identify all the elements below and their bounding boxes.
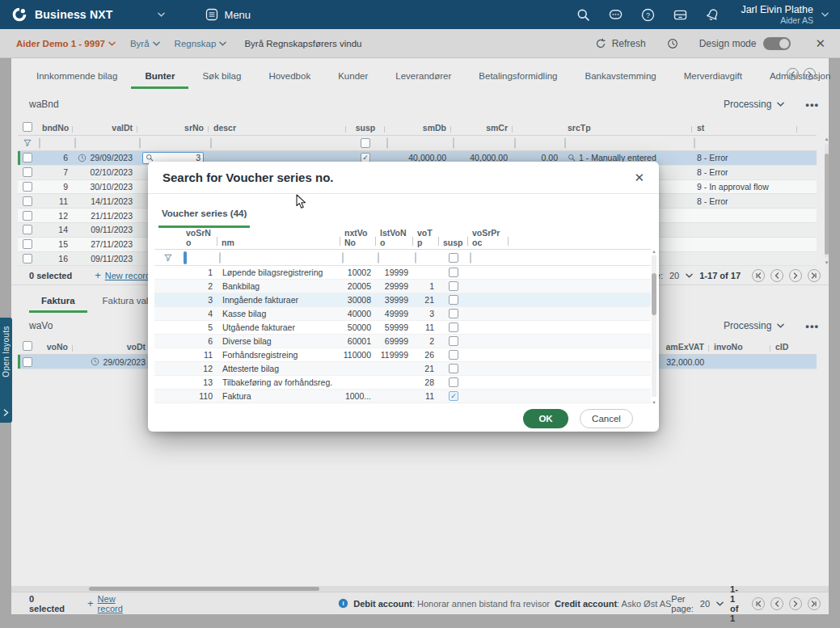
vo-select-all-checkbox[interactable] bbox=[23, 341, 32, 351]
voucher-row-susp-checkbox[interactable] bbox=[449, 281, 458, 291]
open-layouts-panel-toggle[interactable]: Open layouts bbox=[0, 318, 12, 423]
last-page-button[interactable] bbox=[808, 597, 821, 610]
voucher-series-row[interactable]: 3 Inngående fakturaer 30008 39999 21 bbox=[154, 293, 651, 307]
dialog-table-scrollbar[interactable]: ▲ ▼ bbox=[652, 249, 656, 403]
tab-bunter[interactable]: Bunter bbox=[131, 66, 188, 89]
bnd-filter-srNo[interactable] bbox=[139, 137, 141, 149]
bnd-filter-descr[interactable] bbox=[210, 137, 212, 149]
module-selector[interactable]: Regnskap bbox=[175, 39, 227, 48]
per-page-chevron-down-icon[interactable] bbox=[716, 601, 724, 606]
bnd-filter-valDt[interactable] bbox=[74, 137, 76, 149]
bnd-column-header-susp[interactable]: susp bbox=[346, 123, 385, 133]
menu-button[interactable]: Menu bbox=[197, 0, 260, 29]
design-mode-toggle[interactable] bbox=[763, 37, 791, 50]
tab-betalingsformidling[interactable]: Betalingsformidling bbox=[465, 66, 571, 89]
close-icon[interactable]: ✕ bbox=[815, 36, 825, 51]
voucher-series-row[interactable]: 110 Faktura 1000... 11 bbox=[154, 390, 651, 403]
user-menu[interactable]: Jarl Eivin Plathe Aider AS bbox=[741, 4, 829, 25]
refresh-button[interactable]: Refresh bbox=[595, 38, 646, 49]
dialog-column-header-lstVoNo[interactable]: lstVoNo bbox=[376, 228, 413, 247]
dialog-filter-nm[interactable] bbox=[219, 252, 221, 263]
bnd-row-checkbox[interactable] bbox=[23, 196, 32, 206]
bnd-table-scrollbar[interactable]: ▲ ▼ bbox=[824, 136, 829, 266]
tabs-scroll-right-button[interactable] bbox=[804, 68, 816, 80]
bnd-new-record-button[interactable]: + New record bbox=[95, 269, 150, 281]
brand-chevron-down-icon[interactable] bbox=[158, 12, 165, 17]
bnd-select-all-checkbox[interactable] bbox=[23, 122, 32, 132]
dialog-column-header-nm[interactable]: nm bbox=[217, 238, 340, 247]
bnd-row-checkbox[interactable] bbox=[23, 225, 32, 234]
vo-more-icon[interactable]: ••• bbox=[805, 320, 819, 332]
voucher-series-row[interactable]: 5 Utgående fakturaer 50000 59999 11 bbox=[154, 321, 651, 335]
ok-button[interactable]: OK bbox=[523, 409, 568, 428]
bnd-filter-smDb[interactable] bbox=[386, 137, 388, 149]
company-selector[interactable]: Aider Demo 1 - 9997 bbox=[16, 39, 116, 48]
tab-leverand-rer[interactable]: Leverandører bbox=[382, 66, 465, 89]
voucher-row-susp-checkbox[interactable] bbox=[449, 391, 458, 401]
byra-selector[interactable]: Byrå bbox=[130, 39, 160, 48]
dialog-filter-voSrNo[interactable] bbox=[184, 251, 187, 264]
prev-page-button[interactable] bbox=[770, 597, 783, 610]
vo-new-record-button[interactable]: + New record bbox=[87, 594, 132, 613]
tab-merverdiavgift[interactable]: Merverdiavgift bbox=[670, 66, 756, 89]
bnd-filter-amt[interactable] bbox=[514, 137, 516, 149]
wallet-icon[interactable] bbox=[673, 8, 687, 22]
dialog-filter-susp-checkbox[interactable] bbox=[449, 253, 458, 263]
vo-row-checkbox[interactable] bbox=[23, 357, 32, 367]
dialog-column-header-voTp[interactable]: voTp bbox=[413, 228, 439, 247]
tabs-scroll-left-button[interactable] bbox=[787, 68, 799, 80]
bnd-row-checkbox[interactable] bbox=[23, 239, 32, 249]
bnd-row-checkbox[interactable] bbox=[23, 211, 32, 221]
voucher-row-susp-checkbox[interactable] bbox=[449, 377, 458, 387]
voucher-row-susp-checkbox[interactable] bbox=[449, 295, 458, 305]
prev-page-button[interactable] bbox=[770, 269, 783, 282]
voucher-row-susp-checkbox[interactable] bbox=[449, 350, 458, 360]
bnd-column-header-st[interactable]: st bbox=[692, 123, 797, 133]
per-page-chevron-down-icon[interactable] bbox=[686, 273, 693, 278]
search-icon[interactable] bbox=[576, 8, 590, 22]
dialog-filter-voTp[interactable] bbox=[415, 252, 416, 263]
help-icon[interactable]: ? bbox=[641, 8, 655, 22]
tab-hovedbok[interactable]: Hovedbok bbox=[255, 66, 324, 89]
bnd-filter-srcTp[interactable] bbox=[564, 137, 566, 149]
next-page-button[interactable] bbox=[789, 269, 802, 282]
per-page-value[interactable]: 20 bbox=[700, 599, 710, 609]
tab-s-k-bilag[interactable]: Søk bilag bbox=[188, 66, 255, 89]
vo-column-header-voDt[interactable]: voDt bbox=[73, 342, 150, 352]
dialog-column-header-voSrProc[interactable]: voSrProc bbox=[468, 228, 509, 247]
voucher-series-row[interactable]: 6 Diverse bilag 60001 69999 2 bbox=[154, 335, 651, 348]
first-page-button[interactable] bbox=[752, 269, 765, 282]
voucher-row-susp-checkbox[interactable] bbox=[449, 309, 458, 318]
bnd-column-header-bndNo[interactable]: bndNo bbox=[37, 123, 73, 133]
vo-column-header-amExVAT[interactable]: amExVAT bbox=[651, 342, 709, 352]
bnd-column-header-srcTp[interactable]: srcTp bbox=[563, 123, 692, 133]
bnd-row-checkbox[interactable] bbox=[23, 182, 32, 192]
vo-column-header-voNo[interactable]: voNo bbox=[37, 342, 73, 352]
voucher-row-susp-checkbox[interactable] bbox=[449, 364, 458, 373]
cancel-button[interactable]: Cancel bbox=[580, 409, 633, 428]
tab-kunder[interactable]: Kunder bbox=[324, 66, 382, 89]
bnd-column-header-valDt[interactable]: valDt bbox=[73, 123, 137, 133]
voucher-series-row[interactable]: 11 Forhåndsregistreing 110000 119999 26 bbox=[154, 348, 651, 362]
voucher-series-row[interactable]: 4 Kasse bilag 40000 49999 3 bbox=[154, 307, 651, 321]
history-icon[interactable] bbox=[667, 38, 678, 49]
dialog-column-header-voSrNo[interactable]: voSrNo bbox=[182, 228, 217, 247]
voucher-row-susp-checkbox[interactable] bbox=[449, 268, 458, 277]
bnd-processing-menu[interactable]: Processing bbox=[724, 99, 784, 110]
chat-icon[interactable] bbox=[609, 8, 623, 22]
dialog-filter-nxtVoNo[interactable] bbox=[342, 252, 344, 263]
detail-tab-faktura[interactable]: Faktura bbox=[29, 292, 87, 313]
tab-bankavstemming[interactable]: Bankavstemming bbox=[571, 66, 669, 89]
vo-processing-menu[interactable]: Processing bbox=[724, 320, 784, 331]
bnd-filter-st[interactable] bbox=[694, 137, 695, 149]
last-page-button[interactable] bbox=[808, 269, 821, 282]
tab-innkommende-bilag[interactable]: Innkommende bilag bbox=[23, 66, 131, 89]
voucher-row-susp-checkbox[interactable] bbox=[449, 336, 458, 346]
next-page-button[interactable] bbox=[789, 597, 802, 610]
bnd-column-header-descr[interactable]: descr bbox=[209, 123, 346, 133]
voucher-row-susp-checkbox[interactable] bbox=[449, 322, 458, 332]
bnd-filter-susp-checkbox[interactable] bbox=[361, 138, 370, 148]
lookup-icon[interactable] bbox=[146, 154, 154, 162]
bnd-row-checkbox[interactable] bbox=[23, 254, 32, 263]
bnd-filter-smCr[interactable] bbox=[453, 137, 454, 149]
